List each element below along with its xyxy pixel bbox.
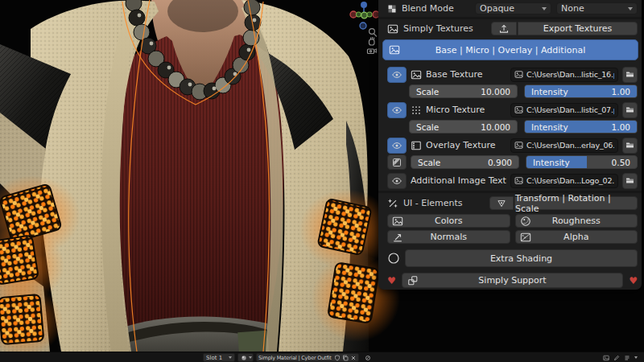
eye-icon xyxy=(392,70,402,80)
micro-intensity-slider[interactable]: Intensity 1.00 xyxy=(524,120,638,134)
micro-scale-slider[interactable]: Scale 10.000 xyxy=(409,120,518,134)
base-visibility-toggle[interactable] xyxy=(387,67,407,83)
overlay-open-file-button[interactable] xyxy=(622,138,638,154)
unlink-x-icon[interactable] xyxy=(350,355,357,361)
eye-icon xyxy=(392,176,402,186)
roughness-label: Roughness xyxy=(552,216,601,226)
micro-texture-icon xyxy=(411,105,422,116)
chevron-down-icon xyxy=(634,356,638,359)
image-file-icon xyxy=(514,105,523,114)
overlay-texture-row: Overlay Texture C:\Users\Dan...erlay_06.… xyxy=(387,138,638,153)
base-intensity-slider[interactable]: Intensity 1.00 xyxy=(524,84,638,98)
scale-label: Scale xyxy=(418,158,488,167)
micro-visibility-toggle[interactable] xyxy=(387,102,407,118)
support-package-icon xyxy=(407,275,419,286)
material-name-field[interactable]: Simply Material | Cyber Outfit V1.001 xyxy=(256,353,359,362)
image-layers-icon xyxy=(389,44,400,56)
duplicate-icon[interactable] xyxy=(342,355,349,361)
normals-button[interactable]: Normals xyxy=(387,230,510,244)
ui-elements-label: UI - Elements xyxy=(403,198,463,208)
additional-file-path: C:\Users\Dan...Logo_02.png xyxy=(526,176,614,185)
normals-icon xyxy=(392,232,403,243)
chevron-down-icon xyxy=(229,356,232,359)
texture-layers-button[interactable]: Base | Micro | Overlay | Additional xyxy=(382,39,638,60)
blender-window: Blend Mode Opaque None Simply Textures E… xyxy=(0,0,644,362)
blend-mode-value: Opaque xyxy=(480,3,514,14)
overlay-file-path: C:\Users\Dan...erlay_06.png xyxy=(526,141,614,150)
blend-mode-label: Blend Mode xyxy=(402,3,454,14)
annotate-icon[interactable] xyxy=(613,355,620,361)
overlay-file-field[interactable]: C:\Users\Dan...erlay_06.png xyxy=(510,138,618,153)
gizmo-icon xyxy=(497,199,506,208)
overlay-scale-slider[interactable]: Scale 0.900 xyxy=(411,155,519,169)
alpha-icon xyxy=(520,232,531,243)
additional-open-file-button[interactable] xyxy=(622,173,638,189)
blend-mode-dropdown[interactable]: Opaque xyxy=(475,2,551,14)
material-sphere-icon xyxy=(241,355,247,361)
base-texture-label: Base Texture xyxy=(426,69,506,80)
folder-icon xyxy=(625,176,634,185)
alpha-label: Alpha xyxy=(564,232,588,242)
scale-value: 0.900 xyxy=(488,158,512,167)
normals-label: Normals xyxy=(430,232,467,242)
shadow-mode-value: None xyxy=(561,3,584,14)
base-texture-icon xyxy=(411,69,422,80)
gradient-icon xyxy=(392,158,402,167)
additional-visibility-toggle[interactable] xyxy=(387,173,407,189)
eye-icon xyxy=(392,141,402,150)
image-file-icon xyxy=(514,176,523,185)
base-file-field[interactable]: C:\Users\Dan...listic_16.png xyxy=(510,68,618,82)
scale-value: 10.000 xyxy=(481,122,510,132)
overlay-intensity-slider[interactable]: Intensity 0.50 xyxy=(526,155,638,169)
intensity-label: Intensity xyxy=(533,158,612,167)
export-icon-button[interactable] xyxy=(491,22,517,35)
shield-icon[interactable] xyxy=(334,355,341,361)
image-icon[interactable] xyxy=(603,355,609,361)
overlay-gradient-button[interactable] xyxy=(387,154,407,170)
base-open-file-button[interactable] xyxy=(622,67,638,83)
extra-shading-button[interactable]: Extra Shading xyxy=(405,249,638,267)
folder-icon xyxy=(625,70,634,79)
heart-icon: ♥ xyxy=(629,276,638,286)
unpin-icon[interactable] xyxy=(365,355,371,361)
colors-button[interactable]: Colors xyxy=(387,214,510,228)
editor-list-icon[interactable] xyxy=(624,355,630,361)
shading-icon xyxy=(387,252,400,265)
folder-icon xyxy=(625,105,634,114)
gizmo-icon-button[interactable] xyxy=(489,196,514,210)
scale-label: Scale xyxy=(416,122,481,132)
transform-rotation-scale-button[interactable]: Transform | Rotation | Scale xyxy=(514,196,638,210)
material-name: Simply Material | Cyber Outfit V1.001 xyxy=(258,355,332,361)
image-file-icon xyxy=(514,141,523,150)
base-texture-row: Base Texture C:\Users\Dan...listic_16.pn… xyxy=(387,67,638,82)
micro-open-file-button[interactable] xyxy=(622,102,638,118)
scale-label: Scale xyxy=(416,87,481,97)
export-textures-button[interactable]: Export Textures xyxy=(518,22,638,35)
simply-support-button[interactable]: Simply Support xyxy=(402,273,623,288)
intensity-value: 1.00 xyxy=(612,87,630,97)
additional-texture-label: Additional Image Texture | Logo xyxy=(411,175,506,186)
status-bar: Slot 1 Simply Material | Cyber Outfit V1… xyxy=(0,352,644,362)
image-file-icon xyxy=(514,70,523,79)
texture-layers-label: Base | Micro | Overlay | Additional xyxy=(436,45,585,56)
eye-icon xyxy=(392,105,402,115)
material-slot-dropdown[interactable]: Slot 1 xyxy=(203,353,235,362)
scale-value: 10.000 xyxy=(481,87,510,97)
intensity-label: Intensity xyxy=(531,87,612,97)
base-scale-slider[interactable]: Scale 10.000 xyxy=(409,84,518,98)
panel-title: Simply Textures xyxy=(403,23,473,34)
alpha-button[interactable]: Alpha xyxy=(515,230,638,244)
intensity-label: Intensity xyxy=(531,122,612,132)
additional-texture-row: Additional Image Texture | Logo C:\Users… xyxy=(387,173,638,188)
material-browse-dropdown[interactable] xyxy=(237,353,254,362)
chevron-down-icon xyxy=(542,7,547,10)
micro-file-path: C:\Users\Dan...listic_07.png xyxy=(526,105,614,114)
additional-file-field[interactable]: C:\Users\Dan...Logo_02.png xyxy=(510,174,618,188)
overlay-visibility-toggle[interactable] xyxy=(387,138,407,154)
shadow-mode-dropdown[interactable]: None xyxy=(556,2,638,14)
roughness-button[interactable]: Roughness xyxy=(515,214,638,228)
colors-icon xyxy=(392,216,403,227)
colors-label: Colors xyxy=(435,216,462,226)
micro-file-field[interactable]: C:\Users\Dan...listic_07.png xyxy=(510,103,618,117)
panel-separator xyxy=(378,17,642,19)
